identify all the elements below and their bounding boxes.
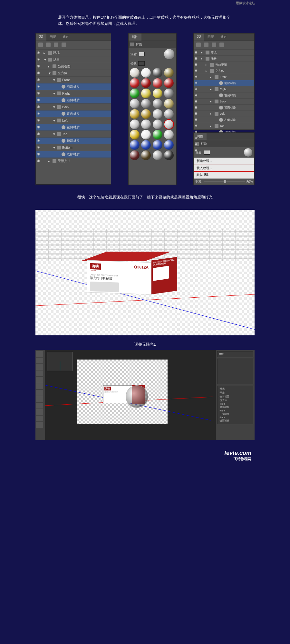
material-ball[interactable] [141,150,151,160]
layer-row[interactable]: · 右侧材质 [218,412,252,416]
visibility-eye-icon[interactable] [195,142,199,147]
light-gizmo-sphere[interactable] [126,385,148,408]
expand-arrow-icon[interactable]: ▸ [201,57,204,60]
tree-item[interactable]: 底部材质 [36,151,111,158]
visibility-eye-icon[interactable] [37,132,42,136]
material-ball[interactable] [164,78,174,88]
tree-item[interactable]: 背面材质 [36,110,111,117]
material-ball[interactable] [130,150,140,160]
tree-item[interactable]: 左侧材质 [194,117,254,123]
material-ball[interactable] [164,89,174,98]
expand-arrow-icon[interactable]: ▼ [53,105,56,109]
material-ball[interactable] [130,78,140,88]
expand-arrow-icon[interactable]: ▸ [48,65,51,68]
expand-arrow-icon[interactable]: ▸ [210,124,213,128]
expand-arrow-icon[interactable]: ▼ [53,119,56,122]
visibility-eye-icon[interactable] [195,56,199,61]
material-ball[interactable] [141,99,151,109]
visibility-eye-icon[interactable] [195,130,199,134]
visibility-eye-icon[interactable] [37,105,42,109]
crop-tool[interactable] [36,370,43,376]
material-ball[interactable] [164,68,174,78]
visibility-eye-icon[interactable] [37,91,42,96]
material-ball[interactable] [164,130,174,139]
visibility-eye-icon[interactable] [195,81,199,85]
expand-arrow-icon[interactable]: ▼ [53,92,56,95]
expand-arrow-icon[interactable]: ▸ [210,112,213,115]
material-ball[interactable] [153,140,162,150]
light-angle-widget[interactable] [47,352,73,371]
tree-item[interactable]: 前部材质 [36,83,111,90]
specular-swatch[interactable] [138,61,145,66]
material-ball[interactable] [141,130,151,139]
lasso-tool[interactable] [36,364,43,370]
brush-tool[interactable] [36,383,43,389]
hand-tool[interactable] [36,422,43,428]
layer-row[interactable]: · 背面材质 [218,419,252,423]
visibility-eye-icon[interactable] [195,136,199,140]
tab-props[interactable]: 属性 [129,34,141,41]
tab-layers-s[interactable]: 图层 [204,34,217,41]
menu-new-texture[interactable]: 新建纹理... [194,158,254,165]
material-ball[interactable] [141,109,151,119]
visibility-eye-icon[interactable] [37,51,42,55]
expand-arrow-icon[interactable]: ▸ [201,51,204,54]
menu-default-ibl[interactable]: 默认 IBL [194,172,254,178]
expand-arrow-icon[interactable]: ▸ [206,69,209,72]
visibility-eye-icon[interactable] [195,87,199,91]
expand-arrow-icon[interactable]: ▼ [53,132,56,136]
material-ball[interactable] [130,140,140,150]
tree-item[interactable]: ▸Front [194,74,254,80]
filter-mesh-icon[interactable] [46,43,51,47]
diffuse-swatch[interactable] [138,52,145,56]
tree-item[interactable]: 右侧材质 [36,97,111,103]
visibility-eye-icon[interactable] [37,98,42,102]
diffuse-swatch-2[interactable] [204,150,210,155]
filter-icon[interactable] [196,43,201,47]
visibility-eye-icon[interactable] [195,148,199,153]
layer-row[interactable]: · 环境 [218,387,252,391]
material-ball[interactable] [153,68,162,78]
text-tool[interactable] [36,416,43,421]
layer-row[interactable]: · 场景 [218,391,252,395]
filter-icon[interactable] [204,43,208,47]
visibility-eye-icon[interactable] [37,159,42,163]
opacity-slider[interactable] [204,181,245,182]
material-ball[interactable] [164,150,174,160]
visibility-eye-icon[interactable] [37,78,42,82]
layer-row[interactable]: · 当前视图 [218,395,252,399]
material-ball[interactable] [153,120,162,129]
tab-channels-s[interactable]: 通道 [217,34,230,41]
tree-item[interactable]: ▸无限光 1 [36,158,111,164]
material-ball[interactable] [130,68,140,78]
material-ball[interactable] [141,78,151,88]
visibility-eye-icon[interactable] [195,105,199,110]
expand-arrow-icon[interactable]: ▸ [210,100,213,103]
tree-item[interactable]: ▼Left [36,117,111,124]
tree-item[interactable]: 左侧材质 [36,124,111,130]
tree-item[interactable]: ▼Front [36,76,111,83]
expand-arrow-icon[interactable]: ▸ [210,75,213,79]
material-ball[interactable] [141,140,151,150]
visibility-eye-icon[interactable] [37,139,42,143]
tree-item[interactable]: ▸场景 [194,55,254,62]
tree-item[interactable]: ▸环境 [194,49,254,55]
tree-item[interactable]: 右侧材质 [194,92,254,98]
layer-row[interactable]: · 前部材质 [218,405,252,409]
filter-mat-icon[interactable] [54,43,58,47]
tree-item[interactable]: ▸Top [194,123,254,129]
layer-row[interactable]: · Right [218,409,252,412]
gradient-tool[interactable] [36,403,43,409]
tab-layers[interactable]: 图层 [46,34,59,41]
expand-arrow-icon[interactable]: ▼ [53,78,56,82]
visibility-eye-icon[interactable] [195,99,199,104]
visibility-eye-icon[interactable] [195,111,199,116]
viewport[interactable]: 海映 激光打印机硒鼓 [45,350,216,440]
material-ball[interactable] [130,89,140,98]
material-ball[interactable] [153,130,162,139]
expand-arrow-icon[interactable]: ▼ [44,58,47,62]
eraser-tool[interactable] [36,396,43,402]
visibility-eye-icon[interactable] [37,71,42,75]
material-preview-sphere-2[interactable] [244,148,252,157]
material-ball[interactable] [164,140,174,150]
